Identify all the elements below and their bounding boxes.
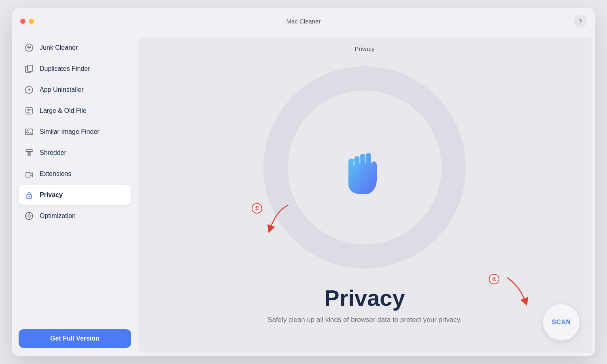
scan-button[interactable]: SCAN: [543, 304, 579, 341]
sidebar-label-large-old-file: Large & Old File: [40, 107, 87, 114]
sidebar-item-privacy[interactable]: Privacy: [19, 185, 131, 205]
svg-point-11: [29, 196, 30, 197]
extension-icon: [24, 169, 34, 179]
privacy-main-title: Privacy: [267, 285, 462, 311]
uninstall-icon: [24, 85, 34, 95]
sidebar-item-optimization[interactable]: Optimization: [19, 206, 131, 226]
get-full-version-button[interactable]: Get Full Version: [19, 329, 131, 348]
help-button[interactable]: ?: [574, 15, 587, 28]
duplicate-icon: [24, 64, 34, 74]
privacy-icon: [24, 190, 34, 200]
sidebar-label-similar-image-finder: Similar Image Finder: [40, 128, 100, 135]
sidebar-item-similar-image-finder[interactable]: Similar Image Finder: [19, 122, 131, 142]
annotation-2: ②: [489, 274, 532, 306]
svg-point-8: [27, 130, 28, 131]
sidebar-item-shredder[interactable]: Shredder: [19, 143, 131, 163]
content-area: Privacy: [138, 37, 592, 353]
sidebar-item-large-old-file[interactable]: Large & Old File: [19, 101, 131, 121]
sidebar-label-optimization: Optimization: [40, 212, 76, 220]
svg-rect-3: [28, 65, 33, 71]
sidebar-item-extensions[interactable]: Extensions: [19, 164, 131, 184]
file-icon: [24, 106, 34, 116]
svg-point-1: [28, 47, 30, 49]
optimization-icon: [24, 211, 34, 221]
annotation-number-2: ②: [489, 274, 499, 284]
privacy-subtitle: Safely clean up all kinds of browser dat…: [267, 316, 462, 324]
privacy-hand-icon: [324, 127, 405, 208]
inner-circle: [288, 91, 441, 244]
traffic-lights: [20, 19, 34, 24]
minimize-button[interactable]: [29, 19, 34, 24]
content-header-title: Privacy: [354, 45, 374, 52]
annotation-arrow-2: [499, 274, 532, 306]
sidebar-item-app-uninstaller[interactable]: App Uninstaller: [19, 80, 131, 99]
sidebar-label-privacy: Privacy: [40, 191, 63, 199]
app-title: Mac Cleaner: [286, 18, 320, 25]
sidebar-label-shredder: Shredder: [40, 149, 66, 157]
sidebar-label-duplicates-finder: Duplicates Finder: [40, 65, 90, 72]
shredder-icon: [24, 148, 34, 158]
sidebar-item-duplicates-finder[interactable]: Duplicates Finder: [19, 59, 131, 78]
sidebar-label-extensions: Extensions: [40, 170, 71, 178]
svg-point-13: [28, 215, 30, 217]
main-content: Junk Cleaner Duplicates Finder: [12, 34, 595, 356]
app-window: Mac Cleaner ? Junk Cleaner: [12, 8, 595, 356]
sidebar-label-junk-cleaner: Junk Cleaner: [40, 44, 78, 51]
annotation-number-1: ①: [252, 203, 262, 214]
title-bar: Mac Cleaner ?: [12, 8, 595, 34]
sidebar-label-app-uninstaller: App Uninstaller: [40, 86, 84, 93]
sidebar-spacer: [19, 227, 131, 328]
sidebar-item-junk-cleaner[interactable]: Junk Cleaner: [19, 38, 131, 57]
image-icon: [24, 127, 34, 137]
junk-icon: [24, 43, 34, 53]
sidebar: Junk Cleaner Duplicates Finder: [12, 34, 138, 356]
hero-circle: [263, 66, 466, 269]
privacy-text-block: Privacy Safely clean up all kinds of bro…: [267, 285, 462, 324]
close-button[interactable]: [20, 19, 25, 24]
